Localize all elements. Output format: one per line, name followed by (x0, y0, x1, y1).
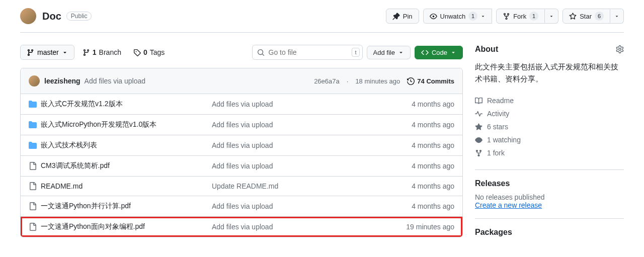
watch-count: 1 (468, 12, 477, 21)
code-icon (421, 49, 429, 56)
fork-icon (503, 13, 510, 20)
repo-header: Doc Public Pin Unwatch 1 Fork 1 (20, 0, 624, 33)
star-icon (475, 123, 482, 131)
file-commit-message[interactable]: Add files via upload (212, 121, 412, 129)
commits-link[interactable]: 74 Commits (407, 77, 454, 85)
file-commit-message[interactable]: Add files via upload (212, 141, 412, 149)
forks-link[interactable]: 1 fork (475, 146, 624, 159)
file-name[interactable]: 嵌入式C开发规范v1.2版本 (41, 100, 212, 109)
settings-button[interactable] (616, 45, 624, 53)
fork-menu-button[interactable] (545, 9, 558, 24)
star-count: 6 (595, 12, 604, 21)
file-name[interactable]: 一文速通Python面向对象编程.pdf (41, 222, 212, 231)
commit-sha[interactable]: 26e6a7a (314, 77, 340, 85)
eye-icon (430, 13, 437, 20)
file-name[interactable]: 一文速通Python并行计算.pdf (41, 202, 212, 211)
star-menu-button[interactable] (610, 9, 624, 24)
folder-icon (29, 141, 41, 149)
file-row: 嵌入式MicroPython开发规范v1.0版本Add files via up… (21, 115, 462, 135)
readme-link[interactable]: Readme (475, 94, 624, 107)
releases-heading[interactable]: Releases (475, 179, 624, 188)
tags-link[interactable]: 0 Tags (129, 48, 169, 56)
file-icon (29, 202, 41, 210)
file-name[interactable]: 嵌入式MicroPython开发规范v1.0版本 (41, 120, 212, 129)
pin-icon (392, 13, 400, 20)
caret-down-icon (480, 14, 486, 19)
latest-commit-header: leezisheng Add files via upload 26e6a7a … (21, 68, 462, 94)
file-date: 19 minutes ago (406, 223, 454, 231)
file-search-input[interactable] (252, 45, 363, 60)
repo-name[interactable]: Doc (42, 11, 61, 22)
commit-author-avatar[interactable] (29, 75, 40, 87)
file-commit-message[interactable]: Add files via upload (212, 202, 412, 210)
file-row: 一文速通Python面向对象编程.pdfAdd files via upload… (21, 217, 462, 237)
file-list: leezisheng Add files via upload 26e6a7a … (20, 68, 463, 237)
fork-icon (475, 149, 482, 157)
commit-message[interactable]: Add files via upload (85, 77, 145, 85)
file-name[interactable]: README.md (41, 182, 212, 190)
stars-link[interactable]: 6 stars (475, 120, 624, 133)
file-date: 4 months ago (412, 121, 454, 129)
file-name[interactable]: CM3调试系统简析.pdf (41, 161, 212, 170)
file-row: 嵌入式C开发规范v1.2版本Add files via upload4 mont… (21, 94, 462, 115)
add-file-button[interactable]: Add file (367, 46, 411, 59)
star-icon (569, 13, 577, 20)
caret-down-icon (398, 49, 404, 55)
watch-button[interactable]: Unwatch 1 (423, 9, 493, 24)
file-commit-message[interactable]: Update README.md (212, 182, 412, 190)
file-name[interactable]: 嵌入式技术栈列表 (41, 141, 212, 150)
file-row: README.mdUpdate README.md4 months ago (21, 177, 462, 196)
caret-down-icon (549, 14, 554, 19)
gear-icon (616, 45, 624, 53)
file-toolbar: master 1 Branch 0 Tags (20, 45, 463, 60)
book-icon (475, 97, 482, 105)
code-button[interactable]: Code (415, 46, 463, 59)
file-commit-message[interactable]: Add files via upload (212, 223, 406, 231)
file-row: CM3调试系统简析.pdfAdd files via upload4 month… (21, 156, 462, 177)
file-row: 一文速通Python并行计算.pdfAdd files via upload4 … (21, 196, 462, 217)
branch-icon (83, 49, 90, 56)
eye-icon (475, 136, 482, 144)
watching-link[interactable]: 1 watching (475, 133, 624, 146)
file-date: 4 months ago (412, 202, 454, 210)
file-commit-message[interactable]: Add files via upload (212, 100, 412, 108)
branches-link[interactable]: 1 Branch (78, 48, 125, 56)
fork-button[interactable]: Fork 1 (496, 9, 545, 24)
folder-icon (29, 100, 41, 108)
pin-button[interactable]: Pin (386, 9, 419, 24)
file-icon (29, 223, 41, 231)
pulse-icon (475, 110, 482, 118)
caret-down-icon (614, 14, 619, 19)
file-icon (29, 182, 41, 190)
about-heading: About (475, 45, 498, 54)
search-kbd: t (352, 48, 359, 57)
visibility-badge: Public (66, 12, 92, 21)
create-release-link[interactable]: Create a new release (475, 201, 624, 209)
branch-icon (27, 49, 34, 56)
packages-heading[interactable]: Packages (475, 228, 624, 237)
file-date: 4 months ago (412, 141, 454, 149)
file-date: 4 months ago (412, 162, 454, 170)
no-releases-text: No releases published (475, 193, 624, 201)
caret-down-icon (62, 49, 68, 55)
star-button[interactable]: Star 6 (562, 9, 610, 24)
file-date: 4 months ago (412, 100, 454, 108)
owner-avatar[interactable] (20, 8, 36, 24)
activity-link[interactable]: Activity (475, 107, 624, 120)
commit-time: 18 minutes ago (355, 77, 400, 85)
file-date: 4 months ago (412, 182, 454, 190)
tag-icon (133, 49, 141, 56)
file-icon (29, 162, 41, 170)
folder-icon (29, 121, 41, 129)
search-icon (257, 49, 265, 56)
file-commit-message[interactable]: Add files via upload (212, 162, 412, 170)
about-description: 此文件夹主要包括嵌入式开发规范和相关技术书籍、资料分享。 (475, 61, 624, 85)
file-row: 嵌入式技术栈列表Add files via upload4 months ago (21, 135, 462, 156)
commit-author[interactable]: leezisheng (44, 77, 80, 85)
history-icon (407, 77, 415, 85)
fork-count: 1 (529, 12, 538, 21)
caret-down-icon (450, 49, 456, 55)
branch-selector[interactable]: master (20, 45, 74, 60)
